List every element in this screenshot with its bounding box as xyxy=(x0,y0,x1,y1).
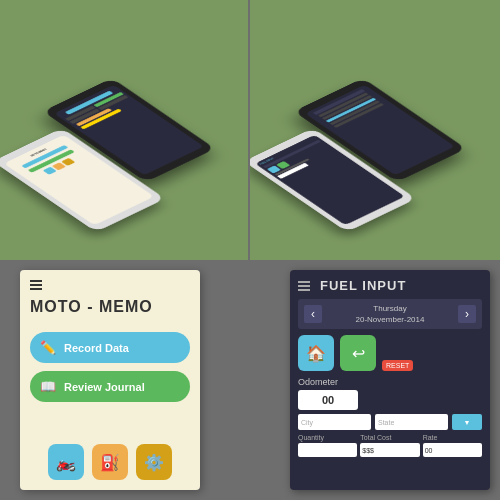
city-state-row: City State ▼ xyxy=(298,414,482,430)
city-placeholder: City xyxy=(301,419,313,426)
icon-box-settings[interactable]: ⚙️ xyxy=(136,444,172,480)
fuel-title: FUEL INPUT xyxy=(320,278,406,293)
review-journal-label: Review Journal xyxy=(64,381,145,393)
fuel-icons-row: 🏠 ↩ RESET xyxy=(298,335,482,371)
state-dropdown[interactable]: ▼ xyxy=(452,414,482,430)
fuel-date: 20-November-2014 xyxy=(356,314,425,325)
total-cost-col: Total Cost $$$ xyxy=(360,434,419,457)
moto-header xyxy=(30,280,190,290)
top-right-panel: FUEL INPUT xyxy=(250,0,500,260)
odometer-label: Odometer xyxy=(298,377,482,387)
icon-box-fuel[interactable]: ⛽ xyxy=(92,444,128,480)
fuel-date-text: Thursday 20-November-2014 xyxy=(356,303,425,325)
phone-container-left: MOTO-MEMO xyxy=(24,30,224,230)
fuel-next-button[interactable]: › xyxy=(458,305,476,323)
record-data-label: Record Data xyxy=(64,342,129,354)
panel-spacer xyxy=(205,260,285,500)
moto-bottom-icons: 🏍️ ⛽ ⚙️ xyxy=(30,444,190,480)
state-input[interactable]: State xyxy=(375,414,448,430)
fuel-hamburger-icon[interactable] xyxy=(298,281,310,291)
icon-box-motorcycle[interactable]: 🏍️ xyxy=(48,444,84,480)
fuel-input-panel: FUEL INPUT ‹ Thursday 20-November-2014 ›… xyxy=(290,270,490,490)
rate-input[interactable]: 00 xyxy=(423,443,482,457)
moto-memo-panel: MOTO - MEMO ✏️ Record Data 📖 Review Jour… xyxy=(20,270,200,490)
fuel-day: Thursday xyxy=(356,303,425,314)
total-cost-label: Total Cost xyxy=(360,434,419,441)
top-left-panel: MOTO-MEMO xyxy=(0,0,250,260)
pencil-icon: ✏️ xyxy=(40,340,56,355)
hamburger-icon[interactable] xyxy=(30,280,42,290)
fuel-prev-button[interactable]: ‹ xyxy=(304,305,322,323)
fuel-header: FUEL INPUT xyxy=(298,278,482,293)
rate-label: Rate xyxy=(423,434,482,441)
quantity-col: Quantity xyxy=(298,434,357,457)
state-placeholder: State xyxy=(378,419,394,426)
bottom-section: MOTO - MEMO ✏️ Record Data 📖 Review Jour… xyxy=(0,260,500,500)
fuel-bottom-row: Quantity Total Cost $$$ Rate 00 xyxy=(298,434,482,457)
dropdown-arrow-icon: ▼ xyxy=(464,419,471,426)
record-data-button[interactable]: ✏️ Record Data xyxy=(30,332,190,363)
quantity-input[interactable] xyxy=(298,443,357,457)
city-input[interactable]: City xyxy=(298,414,371,430)
phone-container-right: FUEL INPUT xyxy=(275,30,475,230)
rate-col: Rate 00 xyxy=(423,434,482,457)
book-icon: 📖 xyxy=(40,379,56,394)
top-section: MOTO-MEMO xyxy=(0,0,500,260)
review-journal-button[interactable]: 📖 Review Journal xyxy=(30,371,190,402)
fuel-home-button[interactable]: 🏠 xyxy=(298,335,334,371)
reset-button[interactable]: RESET xyxy=(382,360,413,371)
quantity-label: Quantity xyxy=(298,434,357,441)
fuel-back-button[interactable]: ↩ xyxy=(340,335,376,371)
total-cost-input[interactable]: $$$ xyxy=(360,443,419,457)
odometer-input[interactable]: 00 xyxy=(298,390,358,410)
moto-title: MOTO - MEMO xyxy=(30,298,190,316)
fuel-nav: ‹ Thursday 20-November-2014 › xyxy=(298,299,482,329)
